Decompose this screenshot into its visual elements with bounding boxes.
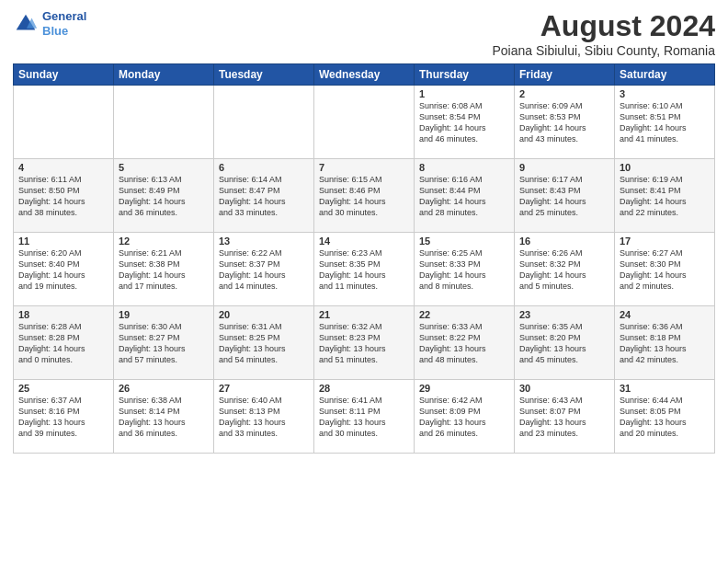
day-info: Sunrise: 6:23 AM Sunset: 8:35 PM Dayligh… (319, 247, 409, 293)
calendar-week-1: 1Sunrise: 6:08 AM Sunset: 8:54 PM Daylig… (14, 86, 715, 159)
calendar-cell: 24Sunrise: 6:36 AM Sunset: 8:18 PM Dayli… (615, 306, 715, 380)
day-info: Sunrise: 6:13 AM Sunset: 8:49 PM Dayligh… (119, 174, 209, 219)
calendar-cell: 8Sunrise: 6:16 AM Sunset: 8:44 PM Daylig… (415, 159, 515, 233)
calendar-cell: 1Sunrise: 6:08 AM Sunset: 8:54 PM Daylig… (415, 86, 515, 159)
calendar-cell: 11Sunrise: 6:20 AM Sunset: 8:40 PM Dayli… (14, 233, 114, 306)
calendar-week-3: 11Sunrise: 6:20 AM Sunset: 8:40 PM Dayli… (14, 233, 715, 306)
calendar-cell: 13Sunrise: 6:22 AM Sunset: 8:37 PM Dayli… (214, 233, 314, 306)
calendar-cell: 4Sunrise: 6:11 AM Sunset: 8:50 PM Daylig… (14, 159, 114, 233)
calendar-cell: 19Sunrise: 6:30 AM Sunset: 8:27 PM Dayli… (114, 306, 214, 380)
main-title: August 2024 (492, 9, 715, 43)
day-info: Sunrise: 6:30 AM Sunset: 8:27 PM Dayligh… (119, 321, 209, 366)
day-number: 3 (620, 88, 710, 99)
day-info: Sunrise: 6:19 AM Sunset: 8:41 PM Dayligh… (620, 174, 710, 219)
day-info: Sunrise: 6:17 AM Sunset: 8:43 PM Dayligh… (519, 174, 609, 219)
day-number: 21 (319, 309, 409, 320)
subtitle: Poiana Sibiului, Sibiu County, Romania (492, 43, 715, 58)
logo: General Blue (13, 9, 86, 38)
calendar-cell: 20Sunrise: 6:31 AM Sunset: 8:25 PM Dayli… (214, 306, 314, 380)
day-info: Sunrise: 6:35 AM Sunset: 8:20 PM Dayligh… (519, 321, 609, 366)
calendar-cell: 23Sunrise: 6:35 AM Sunset: 8:20 PM Dayli… (515, 306, 615, 380)
col-header-monday: Monday (114, 64, 214, 86)
day-number: 2 (519, 88, 609, 99)
day-info: Sunrise: 6:08 AM Sunset: 8:54 PM Dayligh… (419, 100, 509, 145)
calendar-cell: 10Sunrise: 6:19 AM Sunset: 8:41 PM Dayli… (615, 159, 715, 233)
day-number: 31 (620, 383, 710, 394)
day-number: 20 (219, 309, 309, 320)
day-info: Sunrise: 6:41 AM Sunset: 8:11 PM Dayligh… (319, 395, 409, 440)
calendar-cell: 17Sunrise: 6:27 AM Sunset: 8:30 PM Dayli… (615, 233, 715, 306)
day-number: 7 (319, 162, 409, 173)
col-header-friday: Friday (515, 64, 615, 86)
day-info: Sunrise: 6:16 AM Sunset: 8:44 PM Dayligh… (419, 174, 509, 219)
day-info: Sunrise: 6:26 AM Sunset: 8:32 PM Dayligh… (519, 247, 609, 293)
calendar-cell: 18Sunrise: 6:28 AM Sunset: 8:28 PM Dayli… (14, 306, 114, 380)
col-header-thursday: Thursday (415, 64, 515, 86)
day-info: Sunrise: 6:43 AM Sunset: 8:07 PM Dayligh… (519, 395, 609, 440)
calendar-cell: 16Sunrise: 6:26 AM Sunset: 8:32 PM Dayli… (515, 233, 615, 306)
calendar-cell: 28Sunrise: 6:41 AM Sunset: 8:11 PM Dayli… (314, 380, 415, 454)
day-info: Sunrise: 6:14 AM Sunset: 8:47 PM Dayligh… (219, 174, 309, 219)
day-number: 8 (419, 162, 509, 173)
calendar-cell (314, 86, 415, 159)
day-number: 24 (620, 309, 710, 320)
day-number: 15 (419, 236, 509, 247)
calendar-week-4: 18Sunrise: 6:28 AM Sunset: 8:28 PM Dayli… (14, 306, 715, 380)
day-number: 13 (219, 236, 309, 247)
day-number: 19 (119, 309, 209, 320)
calendar-cell: 27Sunrise: 6:40 AM Sunset: 8:13 PM Dayli… (214, 380, 314, 454)
calendar-cell: 31Sunrise: 6:44 AM Sunset: 8:05 PM Dayli… (615, 380, 715, 454)
day-info: Sunrise: 6:32 AM Sunset: 8:23 PM Dayligh… (319, 321, 409, 366)
calendar-cell: 7Sunrise: 6:15 AM Sunset: 8:46 PM Daylig… (314, 159, 415, 233)
calendar-cell (214, 86, 314, 159)
day-number: 16 (519, 236, 609, 247)
title-block: August 2024 Poiana Sibiului, Sibiu Count… (492, 9, 715, 58)
day-info: Sunrise: 6:09 AM Sunset: 8:53 PM Dayligh… (519, 100, 609, 145)
day-number: 27 (219, 383, 309, 394)
day-info: Sunrise: 6:21 AM Sunset: 8:38 PM Dayligh… (119, 247, 209, 293)
day-info: Sunrise: 6:44 AM Sunset: 8:05 PM Dayligh… (620, 395, 710, 440)
calendar-cell: 22Sunrise: 6:33 AM Sunset: 8:22 PM Dayli… (415, 306, 515, 380)
day-info: Sunrise: 6:25 AM Sunset: 8:33 PM Dayligh… (419, 247, 509, 293)
day-info: Sunrise: 6:22 AM Sunset: 8:37 PM Dayligh… (219, 247, 309, 293)
page: General Blue August 2024 Poiana Sibiului… (0, 0, 728, 563)
calendar-cell: 15Sunrise: 6:25 AM Sunset: 8:33 PM Dayli… (415, 233, 515, 306)
day-info: Sunrise: 6:36 AM Sunset: 8:18 PM Dayligh… (620, 321, 710, 366)
day-number: 25 (18, 383, 108, 394)
header: General Blue August 2024 Poiana Sibiului… (13, 9, 715, 58)
calendar-cell: 6Sunrise: 6:14 AM Sunset: 8:47 PM Daylig… (214, 159, 314, 233)
day-number: 1 (419, 88, 509, 99)
col-header-tuesday: Tuesday (214, 64, 314, 86)
day-info: Sunrise: 6:31 AM Sunset: 8:25 PM Dayligh… (219, 321, 309, 366)
calendar-week-5: 25Sunrise: 6:37 AM Sunset: 8:16 PM Dayli… (14, 380, 715, 454)
day-number: 30 (519, 383, 609, 394)
day-info: Sunrise: 6:20 AM Sunset: 8:40 PM Dayligh… (18, 247, 108, 293)
logo-text: General Blue (42, 9, 86, 38)
day-number: 9 (519, 162, 609, 173)
day-number: 23 (519, 309, 609, 320)
calendar-cell (114, 86, 214, 159)
calendar-cell: 14Sunrise: 6:23 AM Sunset: 8:35 PM Dayli… (314, 233, 415, 306)
day-info: Sunrise: 6:11 AM Sunset: 8:50 PM Dayligh… (18, 174, 108, 219)
calendar-cell: 29Sunrise: 6:42 AM Sunset: 8:09 PM Dayli… (415, 380, 515, 454)
calendar-cell: 30Sunrise: 6:43 AM Sunset: 8:07 PM Dayli… (515, 380, 615, 454)
day-number: 18 (18, 309, 108, 320)
col-header-wednesday: Wednesday (314, 64, 415, 86)
day-number: 11 (18, 236, 108, 247)
day-info: Sunrise: 6:42 AM Sunset: 8:09 PM Dayligh… (419, 395, 509, 440)
day-number: 28 (319, 383, 409, 394)
logo-icon (13, 11, 39, 37)
calendar-cell: 25Sunrise: 6:37 AM Sunset: 8:16 PM Dayli… (14, 380, 114, 454)
day-info: Sunrise: 6:40 AM Sunset: 8:13 PM Dayligh… (219, 395, 309, 440)
day-info: Sunrise: 6:33 AM Sunset: 8:22 PM Dayligh… (419, 321, 509, 366)
calendar-cell (14, 86, 114, 159)
day-info: Sunrise: 6:10 AM Sunset: 8:51 PM Dayligh… (620, 100, 710, 145)
col-header-sunday: Sunday (14, 64, 114, 86)
calendar-cell: 21Sunrise: 6:32 AM Sunset: 8:23 PM Dayli… (314, 306, 415, 380)
calendar-cell: 12Sunrise: 6:21 AM Sunset: 8:38 PM Dayli… (114, 233, 214, 306)
day-number: 26 (119, 383, 209, 394)
day-number: 4 (18, 162, 108, 173)
day-number: 6 (219, 162, 309, 173)
day-info: Sunrise: 6:28 AM Sunset: 8:28 PM Dayligh… (18, 321, 108, 366)
calendar-cell: 26Sunrise: 6:38 AM Sunset: 8:14 PM Dayli… (114, 380, 214, 454)
